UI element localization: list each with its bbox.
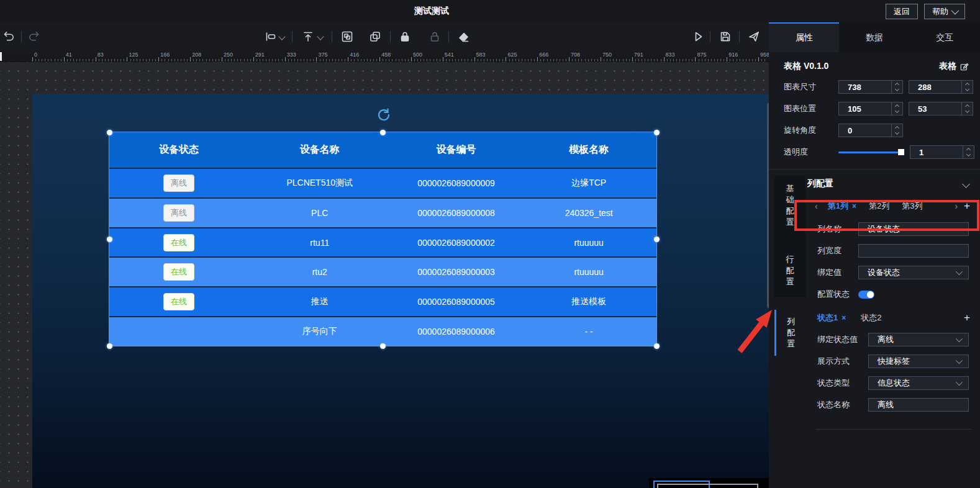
divider — [332, 31, 332, 42]
table-row[interactable]: 离线PLCNET510测试0000026089000009边缘TCP — [109, 169, 656, 197]
table-row[interactable]: 在线推送0000026089000005推送模板 — [109, 287, 656, 316]
selection-handle[interactable] — [107, 237, 112, 242]
ruler-minor-tick — [373, 59, 374, 61]
display-mode-select[interactable]: 快捷标签 — [868, 355, 969, 368]
opacity-slider-track — [838, 151, 904, 153]
selection-handle[interactable] — [380, 130, 386, 135]
redo-icon[interactable] — [26, 29, 41, 44]
selection-handle[interactable] — [380, 343, 386, 349]
minimap[interactable] — [649, 478, 770, 488]
table-row[interactable]: 离线PLC0000026089000008240326_test — [109, 199, 656, 227]
chart-x-input[interactable]: 105 — [838, 102, 903, 115]
ruler-minor-tick — [692, 59, 692, 61]
ruler-major-tick — [64, 57, 65, 61]
chevron-down-icon[interactable] — [962, 180, 970, 188]
ruler-minor-tick — [228, 59, 229, 61]
stepper-buttons[interactable] — [891, 124, 902, 137]
stepper-buttons[interactable] — [963, 146, 974, 158]
ruler-minor-tick — [76, 59, 77, 61]
table-row[interactable]: 在线rtu20000026089000003rtuuuuu — [109, 258, 656, 286]
state-type-select[interactable]: 信息状态 — [868, 376, 969, 390]
rotate-handle-icon[interactable] — [376, 107, 392, 123]
ruler-minor-tick — [581, 59, 582, 61]
edit-icon[interactable] — [960, 62, 969, 71]
ruler-minor-tick — [307, 59, 307, 61]
add-state-button[interactable]: + — [964, 312, 973, 324]
help-button-label: 帮助 — [932, 6, 948, 17]
chevron-down-icon[interactable] — [317, 33, 324, 40]
panel-tab-数据[interactable]: 数据 — [839, 22, 909, 52]
stepper-buttons[interactable] — [891, 81, 902, 93]
table-row[interactable]: 序号向下0000026089000006- - — [109, 317, 656, 346]
align-left-icon[interactable] — [263, 29, 278, 44]
bind-value-select[interactable]: 设备状态 — [858, 266, 969, 279]
unlock-icon[interactable] — [427, 29, 442, 44]
add-column-button[interactable]: + — [964, 200, 973, 212]
canvas-page[interactable]: 设备状态设备名称设备编号模板名称 离线PLCNET510测试0000026089… — [32, 94, 769, 488]
tabs-scroll-right-icon[interactable]: › — [951, 200, 964, 212]
widget-type-label: 表格 — [939, 61, 956, 72]
table-row[interactable]: 在线rtu110000026089000002rtuuuuu — [109, 228, 656, 257]
selection-handle[interactable] — [654, 343, 660, 349]
ruler-major-tick — [32, 57, 33, 61]
ruler-minor-tick — [364, 59, 365, 61]
column-tab-第2列[interactable]: 第2列 — [869, 201, 889, 212]
state-name-input[interactable]: 离线 — [868, 398, 969, 412]
workspace[interactable]: 设备状态设备名称设备编号模板名称 离线PLCNET510测试0000026089… — [0, 62, 769, 488]
selection-handle[interactable] — [654, 130, 660, 135]
opacity-slider-knob[interactable] — [898, 149, 904, 155]
duplicate-icon[interactable] — [368, 29, 383, 44]
stepper-buttons[interactable] — [961, 102, 973, 115]
table-header-row: 设备状态设备名称设备编号模板名称 — [109, 132, 656, 168]
tabs-scroll-left-icon[interactable]: ‹ — [811, 201, 822, 211]
column-name-input[interactable]: 设备状态 — [858, 222, 969, 236]
column-tab-第1列[interactable]: 第1列× — [828, 201, 856, 212]
selection-handle[interactable] — [654, 237, 660, 242]
preview-play-icon[interactable] — [691, 29, 706, 44]
lock-icon[interactable] — [397, 29, 412, 44]
rotate-angle-input[interactable]: 0 — [838, 124, 903, 137]
panel-tab-bar: 属性数据交互 — [769, 22, 980, 52]
config-state-toggle[interactable] — [858, 291, 874, 299]
publish-send-icon[interactable] — [746, 29, 761, 44]
opacity-input[interactable]: 1 — [910, 145, 974, 159]
chart-width-input[interactable]: 738 — [838, 80, 903, 94]
ruler-minor-tick — [134, 59, 134, 61]
ruler-minor-tick — [478, 59, 478, 61]
side-tab-列配置[interactable]: 列配置 — [774, 310, 805, 356]
panel-tab-属性[interactable]: 属性 — [769, 22, 839, 52]
column-width-input[interactable] — [858, 244, 969, 258]
table-widget[interactable]: 设备状态设备名称设备编号模板名称 离线PLCNET510测试0000026089… — [109, 132, 656, 346]
selection-handle[interactable] — [107, 343, 112, 349]
ruler-minor-tick — [461, 59, 462, 61]
widget-type-edit[interactable]: 表格 — [939, 61, 969, 72]
stepper-buttons[interactable] — [891, 102, 902, 115]
bind-state-value-select[interactable]: 离线 — [868, 333, 969, 346]
save-icon[interactable] — [718, 29, 733, 44]
chart-y-input[interactable]: 53 — [909, 102, 973, 115]
chevron-down-icon[interactable] — [278, 33, 285, 40]
chart-height-input[interactable]: 288 — [909, 80, 973, 94]
ruler-minor-tick — [648, 59, 648, 61]
state-tab-状态2[interactable]: 状态2 — [861, 312, 881, 323]
chart-size-label: 图表尺寸 — [784, 81, 838, 93]
divider — [739, 31, 740, 42]
help-button[interactable]: 帮助 — [924, 4, 965, 19]
close-icon[interactable]: × — [842, 314, 846, 322]
close-icon[interactable]: × — [852, 202, 856, 210]
panel-tab-交互[interactable]: 交互 — [910, 22, 980, 52]
selection-handle[interactable] — [107, 130, 112, 135]
eraser-icon[interactable] — [456, 29, 471, 44]
undo-icon[interactable] — [1, 29, 16, 44]
group-icon[interactable] — [340, 29, 355, 44]
bind-value-label: 绑定值 — [817, 267, 858, 278]
stepper-buttons[interactable] — [961, 81, 973, 93]
column-config-section-header[interactable]: 列配置 — [807, 178, 969, 189]
state-tab-状态1[interactable]: 状态1× — [817, 312, 846, 323]
column-tab-第3列[interactable]: 第3列 — [902, 201, 922, 212]
side-tab-行配置[interactable]: 行配置 — [774, 254, 805, 287]
opacity-slider[interactable] — [838, 145, 904, 159]
back-button[interactable]: 返回 — [886, 4, 918, 19]
side-tab-基础配置[interactable]: 基础配置 — [774, 183, 805, 228]
align-top-icon[interactable] — [301, 29, 315, 44]
